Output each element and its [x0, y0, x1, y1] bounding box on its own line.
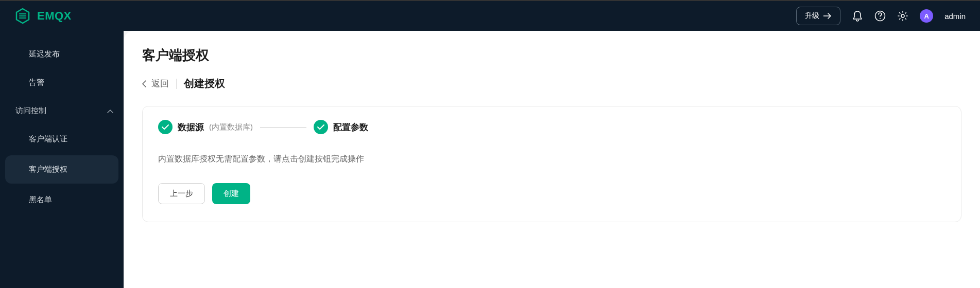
- back-link[interactable]: 返回: [142, 78, 169, 89]
- sidebar-item-alarm[interactable]: 告警: [0, 68, 124, 97]
- sidebar-item-label: 客户端授权: [29, 165, 67, 173]
- chevron-up-icon: [107, 106, 113, 115]
- avatar[interactable]: A: [920, 9, 933, 23]
- previous-button[interactable]: 上一步: [158, 183, 205, 204]
- wizard-card: 数据源 (内置数据库) 配置参数 内置数据库授权无需配置参数，请点击创建按钮完成…: [142, 106, 961, 222]
- step-connector: [260, 127, 306, 128]
- sidebar-item-label: 客户端认证: [29, 134, 67, 143]
- step-datasource: 数据源 (内置数据库): [158, 120, 253, 134]
- brand-name[interactable]: EMQX: [37, 9, 72, 23]
- chevron-left-icon: [142, 80, 146, 87]
- check-icon: [158, 120, 173, 134]
- logo-icon[interactable]: [14, 8, 31, 24]
- sidebar-item-blacklist[interactable]: 黑名单: [0, 186, 124, 214]
- sidebar: 延迟发布 告警 访问控制 客户端认证 客户端授权 黑名单: [0, 31, 124, 288]
- sidebar-section-access-control[interactable]: 访问控制: [0, 97, 124, 125]
- step-title: 配置参数: [333, 121, 368, 133]
- page-title: 客户端授权: [142, 46, 961, 64]
- sidebar-item-label: 告警: [29, 78, 44, 86]
- main-content: 客户端授权 返回 创建授权 数据源 (内置数据库): [124, 31, 980, 288]
- header-right: 升级 A admin: [796, 7, 966, 25]
- button-row: 上一步 创建: [158, 183, 945, 204]
- help-icon[interactable]: [874, 10, 886, 22]
- header-left: EMQX: [14, 8, 72, 24]
- sidebar-item-delayed-publish[interactable]: 延迟发布: [0, 40, 124, 68]
- arrow-right-icon: [823, 13, 832, 19]
- sidebar-item-label: 黑名单: [29, 195, 52, 204]
- gear-icon[interactable]: [897, 10, 908, 22]
- sidebar-section-label: 访问控制: [15, 106, 46, 116]
- sidebar-item-client-auth[interactable]: 客户端认证: [0, 125, 124, 153]
- sidebar-item-label: 延迟发布: [29, 49, 60, 58]
- bell-icon[interactable]: [852, 10, 863, 22]
- upgrade-label: 升级: [805, 11, 819, 21]
- divider: [176, 79, 177, 89]
- step-desc: (内置数据库): [209, 122, 253, 132]
- sub-title: 创建授权: [184, 77, 225, 91]
- step-title: 数据源: [178, 121, 204, 133]
- svg-point-1: [880, 18, 881, 19]
- card-description: 内置数据库授权无需配置参数，请点击创建按钮完成操作: [158, 154, 945, 165]
- back-label: 返回: [151, 78, 169, 89]
- sub-header: 返回 创建授权: [142, 77, 961, 91]
- step-config: 配置参数: [314, 120, 368, 134]
- header: EMQX 升级 A: [0, 0, 980, 31]
- check-icon: [314, 120, 328, 134]
- username[interactable]: admin: [944, 12, 966, 21]
- upgrade-button[interactable]: 升级: [796, 7, 840, 25]
- svg-point-2: [901, 14, 904, 17]
- avatar-letter: A: [924, 12, 929, 20]
- body-wrap: 延迟发布 告警 访问控制 客户端认证 客户端授权 黑名单 客户端授权 返回 创建…: [0, 31, 980, 288]
- sidebar-item-client-authz[interactable]: 客户端授权: [5, 155, 118, 184]
- create-button[interactable]: 创建: [212, 183, 250, 204]
- steps: 数据源 (内置数据库) 配置参数: [158, 120, 945, 134]
